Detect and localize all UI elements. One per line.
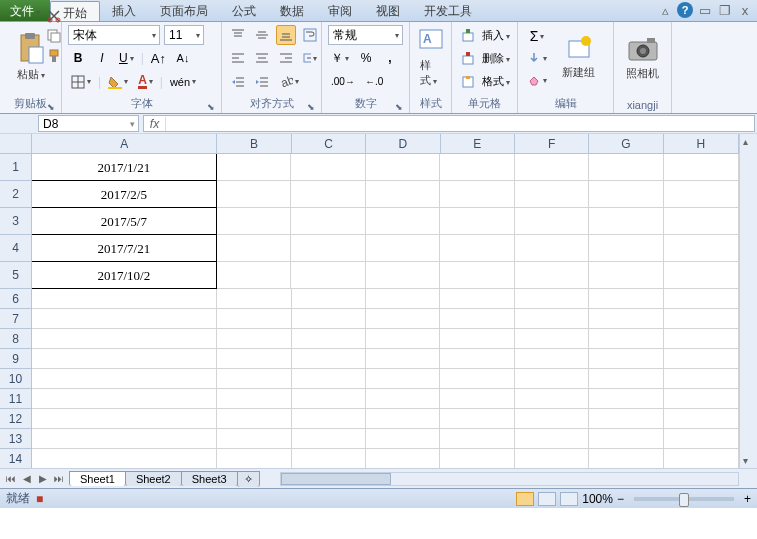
font-size-select[interactable]: 11 xyxy=(164,25,204,45)
cell-D10[interactable] xyxy=(366,369,440,389)
cell-H1[interactable] xyxy=(664,154,739,181)
tab-formula[interactable]: 公式 xyxy=(220,0,268,21)
cell-G6[interactable] xyxy=(589,289,663,309)
cell-C9[interactable] xyxy=(292,349,366,369)
name-box[interactable]: D8 xyxy=(38,115,139,132)
cell-C10[interactable] xyxy=(292,369,366,389)
cell-B2[interactable] xyxy=(217,181,291,208)
cell-C13[interactable] xyxy=(292,429,366,449)
cell-H9[interactable] xyxy=(664,349,739,369)
cell-D5[interactable] xyxy=(366,262,440,289)
fill-button[interactable] xyxy=(524,48,550,68)
tab-review[interactable]: 审阅 xyxy=(316,0,364,21)
cell-A11[interactable] xyxy=(32,389,217,409)
macro-record-icon[interactable]: ■ xyxy=(36,492,43,506)
cell-E11[interactable] xyxy=(440,389,514,409)
tab-insert[interactable]: 插入 xyxy=(100,0,148,21)
new-group-button[interactable]: 新建组 xyxy=(550,24,607,90)
cell-B9[interactable] xyxy=(217,349,291,369)
tab-file[interactable]: 文件 xyxy=(0,0,50,21)
cell-B7[interactable] xyxy=(217,309,291,329)
cell-C11[interactable] xyxy=(292,389,366,409)
restore-icon[interactable]: ❐ xyxy=(717,2,733,18)
cell-B5[interactable] xyxy=(217,262,291,289)
autosum-button[interactable]: Σ xyxy=(524,26,550,46)
borders-button[interactable] xyxy=(68,72,94,92)
tab-dev[interactable]: 开发工具 xyxy=(412,0,484,21)
cell-F4[interactable] xyxy=(515,235,589,262)
decrease-indent-button[interactable] xyxy=(228,72,248,92)
cell-A1[interactable]: 2017/1/21 xyxy=(31,153,217,181)
cell-E5[interactable] xyxy=(440,262,514,289)
column-header-A[interactable]: A xyxy=(32,134,217,154)
fill-color-button[interactable] xyxy=(105,72,131,92)
sheet-tab-3[interactable]: Sheet3 xyxy=(181,471,238,486)
column-header-C[interactable]: C xyxy=(292,134,366,154)
cell-A7[interactable] xyxy=(32,309,217,329)
zoom-in-button[interactable]: + xyxy=(744,492,751,506)
percent-button[interactable]: % xyxy=(356,48,376,68)
cell-E1[interactable] xyxy=(440,154,514,181)
cell-G10[interactable] xyxy=(589,369,663,389)
cell-A12[interactable] xyxy=(32,409,217,429)
cell-H10[interactable] xyxy=(664,369,739,389)
formula-bar[interactable]: fx xyxy=(143,115,755,132)
cell-G3[interactable] xyxy=(589,208,663,235)
cell-F5[interactable] xyxy=(515,262,589,289)
cell-F3[interactable] xyxy=(515,208,589,235)
increase-decimal-button[interactable]: .00→ xyxy=(328,72,358,92)
normal-view-button[interactable] xyxy=(516,492,534,506)
align-center-button[interactable] xyxy=(252,48,272,68)
cut-button[interactable] xyxy=(44,6,64,26)
cell-A13[interactable] xyxy=(32,429,217,449)
cell-H4[interactable] xyxy=(664,235,739,262)
cell-G9[interactable] xyxy=(589,349,663,369)
cell-D1[interactable] xyxy=(366,154,440,181)
number-format-select[interactable]: 常规 xyxy=(328,25,403,45)
cell-F11[interactable] xyxy=(515,389,589,409)
zoom-level[interactable]: 100% xyxy=(582,492,613,506)
column-header-D[interactable]: D xyxy=(366,134,440,154)
cell-D8[interactable] xyxy=(366,329,440,349)
align-top-button[interactable] xyxy=(228,25,248,45)
row-header-10[interactable]: 10 xyxy=(0,369,32,389)
italic-button[interactable]: I xyxy=(92,48,112,68)
cell-F12[interactable] xyxy=(515,409,589,429)
clear-button[interactable] xyxy=(524,70,550,90)
tab-layout[interactable]: 页面布局 xyxy=(148,0,220,21)
phonetic-button[interactable]: wén xyxy=(167,72,199,92)
row-header-13[interactable]: 13 xyxy=(0,429,32,449)
cell-A5[interactable]: 2017/10/2 xyxy=(31,261,217,289)
font-color-button[interactable]: A xyxy=(135,72,156,92)
sheet-tab-2[interactable]: Sheet2 xyxy=(125,471,182,486)
cell-B8[interactable] xyxy=(217,329,291,349)
cell-D6[interactable] xyxy=(366,289,440,309)
cell-F9[interactable] xyxy=(515,349,589,369)
row-header-8[interactable]: 8 xyxy=(0,329,32,349)
increase-indent-button[interactable] xyxy=(252,72,272,92)
cell-G11[interactable] xyxy=(589,389,663,409)
tab-data[interactable]: 数据 xyxy=(268,0,316,21)
cell-A9[interactable] xyxy=(32,349,217,369)
cell-D2[interactable] xyxy=(366,181,440,208)
cell-G1[interactable] xyxy=(589,154,663,181)
cell-B14[interactable] xyxy=(217,449,291,468)
column-header-F[interactable]: F xyxy=(515,134,589,154)
cell-A8[interactable] xyxy=(32,329,217,349)
orientation-button[interactable]: ab xyxy=(276,72,302,92)
merge-button[interactable] xyxy=(300,48,320,68)
row-header-11[interactable]: 11 xyxy=(0,389,32,409)
cell-E9[interactable] xyxy=(440,349,514,369)
cell-H8[interactable] xyxy=(664,329,739,349)
decrease-font-button[interactable]: A↓ xyxy=(173,48,193,68)
select-all-corner[interactable] xyxy=(0,134,32,154)
cell-D14[interactable] xyxy=(366,449,440,468)
underline-button[interactable]: U xyxy=(116,48,137,68)
cell-G7[interactable] xyxy=(589,309,663,329)
cell-C5[interactable] xyxy=(291,262,365,289)
cell-E2[interactable] xyxy=(440,181,514,208)
minimize-icon[interactable]: ▭ xyxy=(697,2,713,18)
cell-G8[interactable] xyxy=(589,329,663,349)
cell-G4[interactable] xyxy=(589,235,663,262)
cell-F1[interactable] xyxy=(515,154,589,181)
